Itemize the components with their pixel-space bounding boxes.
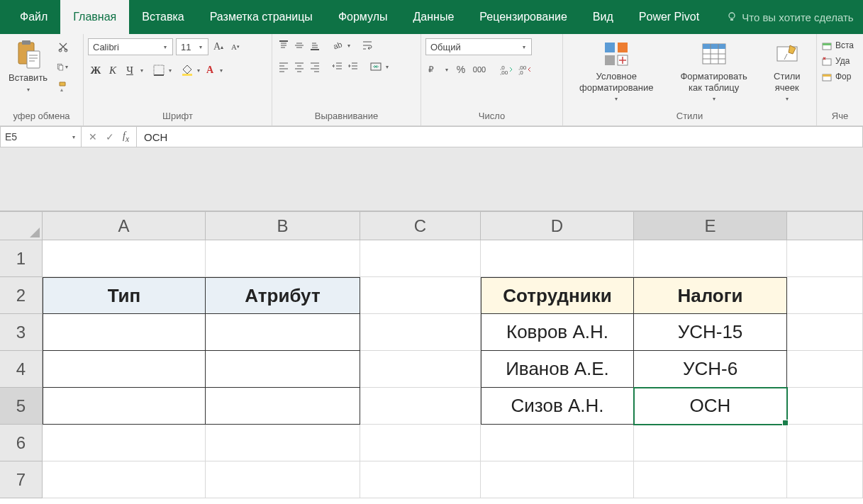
tab-page-layout[interactable]: Разметка страницы [197,0,325,34]
cancel-formula-icon[interactable]: ✕ [89,131,97,142]
tab-powerpivot[interactable]: Power Pivot [626,0,712,34]
name-box[interactable]: E5▾ [0,126,82,147]
tab-view[interactable]: Вид [580,0,626,34]
align-center-icon[interactable] [292,60,306,74]
cell-F5[interactable] [787,388,863,425]
cell-A7[interactable] [43,461,206,498]
align-left-icon[interactable] [277,60,291,74]
row-header-5[interactable]: 5 [0,388,43,425]
cell-B6[interactable] [206,425,360,461]
col-header-F[interactable] [787,212,863,240]
cell-B3[interactable] [206,314,360,351]
comma-format-icon[interactable]: 000 [472,62,486,77]
cell-F2[interactable] [787,277,863,314]
col-header-A[interactable]: A [43,212,206,240]
cell-D1[interactable] [481,240,634,277]
align-right-icon[interactable] [308,60,322,74]
cell-A6[interactable] [43,425,206,461]
row-header-3[interactable]: 3 [0,314,43,351]
increase-indent-icon[interactable] [346,60,360,74]
cell-E4[interactable]: УСН-6 [634,351,787,388]
cell-A5[interactable] [43,388,206,425]
tab-home[interactable]: Главная [60,0,129,34]
paste-button[interactable]: Вставить ▾ [4,37,52,96]
cell-F1[interactable] [787,240,863,277]
conditional-formatting-button[interactable]: Условное форматирование ▾ [567,37,666,105]
cell-F7[interactable] [787,461,863,498]
cell-B4[interactable] [206,351,360,388]
format-painter-icon[interactable] [56,79,70,94]
cell-B2[interactable]: Атрибут [206,277,360,314]
cell-styles-button[interactable]: Стили ячеек ▾ [762,37,812,105]
bold-button[interactable]: Ж [88,62,104,78]
increase-decimal-icon[interactable]: ,0,00 [499,62,513,77]
cell-A4[interactable] [43,351,206,388]
fill-color-icon[interactable] [180,63,194,77]
formula-input[interactable]: ОСН [137,126,863,147]
cell-C2[interactable] [360,277,481,314]
row-header-2[interactable]: 2 [0,277,43,314]
align-middle-icon[interactable] [292,38,306,52]
cell-B7[interactable] [206,461,360,498]
cell-C4[interactable] [360,351,481,388]
cell-F4[interactable] [787,351,863,388]
row-header-6[interactable]: 6 [0,425,43,461]
wrap-text-icon[interactable] [360,38,374,52]
cell-A3[interactable] [43,314,206,351]
cell-C6[interactable] [360,425,481,461]
align-bottom-icon[interactable] [308,38,322,52]
cell-D7[interactable] [481,461,634,498]
fx-icon[interactable]: fx [123,130,129,144]
cell-D5[interactable]: Сизов А.Н. [481,388,634,425]
row-header-7[interactable]: 7 [0,461,43,498]
copy-icon[interactable]: ▾ [56,60,70,74]
cell-D3[interactable]: Ковров А.Н. [481,314,634,351]
chevron-down-icon[interactable]: ▾ [384,64,390,70]
cell-F3[interactable] [787,314,863,351]
col-header-D[interactable]: D [481,212,634,240]
cell-C7[interactable] [360,461,481,498]
merge-cells-icon[interactable] [369,60,383,74]
chevron-down-icon[interactable]: ▾ [346,43,352,49]
decrease-font-icon[interactable]: A▾ [228,40,243,54]
percent-format-icon[interactable]: % [454,62,468,77]
delete-cells-button[interactable]: Уда [821,55,850,67]
chevron-down-icon[interactable]: ▾ [167,67,173,74]
italic-button[interactable]: К [105,62,121,78]
tell-me-box[interactable]: Что вы хотите сделать [726,0,853,34]
align-top-icon[interactable] [277,38,291,52]
accept-formula-icon[interactable]: ✓ [106,131,114,142]
underline-button[interactable]: Ч [122,62,138,78]
accounting-format-icon[interactable]: ₽ [425,62,440,77]
chevron-down-icon[interactable]: ▾ [196,67,201,74]
font-size-select[interactable]: 11▾ [176,38,208,55]
cell-E6[interactable] [634,425,787,461]
font-color-icon[interactable]: A [203,63,217,77]
cell-D6[interactable] [481,425,634,461]
cell-E2[interactable]: Налоги [634,277,787,314]
tab-review[interactable]: Рецензирование [467,0,580,34]
cell-C5[interactable] [360,388,481,425]
decrease-indent-icon[interactable] [330,60,345,74]
tab-insert[interactable]: Вставка [129,0,196,34]
cell-B5[interactable] [206,388,360,425]
col-header-B[interactable]: B [206,212,360,240]
number-format-select[interactable]: Общий▾ [425,38,532,55]
cut-icon[interactable] [56,40,70,54]
cell-D2[interactable]: Сотрудники [481,277,634,314]
col-header-E[interactable]: E [634,212,787,240]
select-all-corner[interactable] [0,212,43,240]
row-header-4[interactable]: 4 [0,351,43,388]
cell-C1[interactable] [360,240,481,277]
cell-E1[interactable] [634,240,787,277]
chevron-down-icon[interactable]: ▾ [444,67,450,73]
format-cells-button[interactable]: Фор [821,71,851,82]
orientation-icon[interactable]: ab [330,38,345,52]
tab-data[interactable]: Данные [401,0,467,34]
cell-C3[interactable] [360,314,481,351]
col-header-C[interactable]: C [360,212,481,240]
insert-cells-button[interactable]: Вста [821,40,854,51]
increase-font-icon[interactable]: A▴ [211,40,226,54]
tab-file[interactable]: Файл [7,0,60,34]
borders-icon[interactable] [152,63,166,77]
